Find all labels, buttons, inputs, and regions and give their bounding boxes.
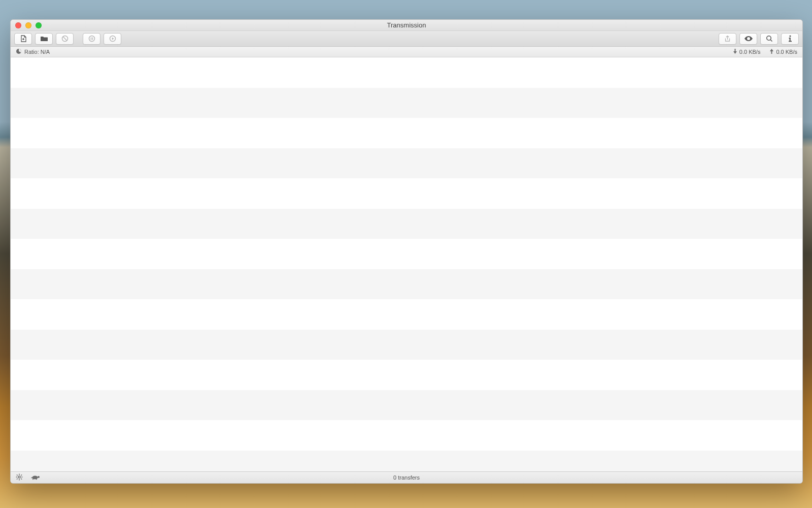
speed-limit-button[interactable] [31,474,40,481]
table-row [11,360,802,390]
svg-rect-11 [16,477,18,478]
table-row [11,330,802,360]
ratio-icon [16,48,22,55]
resume-icon [109,35,116,42]
svg-rect-16 [16,478,18,480]
svg-rect-21 [31,477,33,478]
resume-button[interactable] [104,33,121,45]
table-row [11,420,802,451]
status-bar: Ratio: N/A 0.0 KB/s [11,47,802,57]
svg-rect-19 [32,479,33,480]
table-row [11,148,802,179]
share-button[interactable] [719,33,736,45]
svg-rect-14 [21,478,22,480]
upload-speed-value: 0.0 KB/s [776,49,797,55]
table-row [11,299,802,330]
info-button[interactable] [781,33,799,45]
download-arrow-icon [733,49,737,55]
table-row [11,451,802,472]
folder-icon [40,36,48,42]
pause-button[interactable] [83,33,100,45]
titlebar: Transmission [11,20,802,31]
toolbar [11,31,802,47]
pause-icon [88,35,95,42]
svg-rect-20 [36,479,37,480]
quicklook-button[interactable] [739,33,757,45]
window-title: Transmission [11,21,802,29]
remove-icon [61,35,69,42]
share-icon [724,35,731,42]
table-row [11,178,802,209]
create-torrent-button[interactable] [14,33,32,45]
search-button[interactable] [760,33,778,45]
transfer-list[interactable] [11,57,802,471]
table-row [11,57,802,88]
table-row [11,209,802,239]
remove-torrent-button[interactable] [56,33,74,45]
svg-rect-15 [21,474,22,476]
settings-button[interactable] [16,473,23,482]
search-icon [766,35,773,42]
gear-icon [16,475,23,482]
svg-rect-10 [19,479,20,481]
download-speed-value: 0.0 KB/s [739,49,761,55]
table-row [11,269,802,300]
svg-point-3 [766,36,770,40]
table-row [11,88,802,118]
svg-rect-9 [19,474,20,475]
table-row [11,118,802,148]
info-icon [788,35,793,42]
close-window-button[interactable] [15,22,21,28]
fullscreen-window-button[interactable] [36,22,42,28]
turtle-icon [31,475,40,481]
upload-speed-display: 0.0 KB/s [769,49,797,55]
svg-rect-12 [21,477,23,478]
desktop-background: Transmission [0,0,812,508]
svg-rect-13 [16,474,18,476]
window-controls [11,22,42,28]
svg-point-1 [89,36,94,42]
table-row [11,239,802,269]
svg-rect-7 [789,41,792,42]
minimize-window-button[interactable] [25,22,31,28]
ratio-display[interactable]: Ratio: N/A [16,48,50,55]
open-torrent-button[interactable] [35,33,53,45]
upload-arrow-icon [769,49,774,55]
transfer-count-label: 0 transfers [11,474,802,481]
eye-icon [744,36,753,42]
bottom-bar: 0 transfers [11,471,802,483]
document-plus-icon [20,35,26,42]
download-speed-display: 0.0 KB/s [733,49,761,55]
ratio-label: Ratio: N/A [24,49,50,55]
app-window: Transmission [10,19,803,484]
table-row [11,390,802,421]
svg-point-18 [38,476,40,478]
svg-rect-6 [789,38,790,41]
svg-point-4 [789,35,791,37]
